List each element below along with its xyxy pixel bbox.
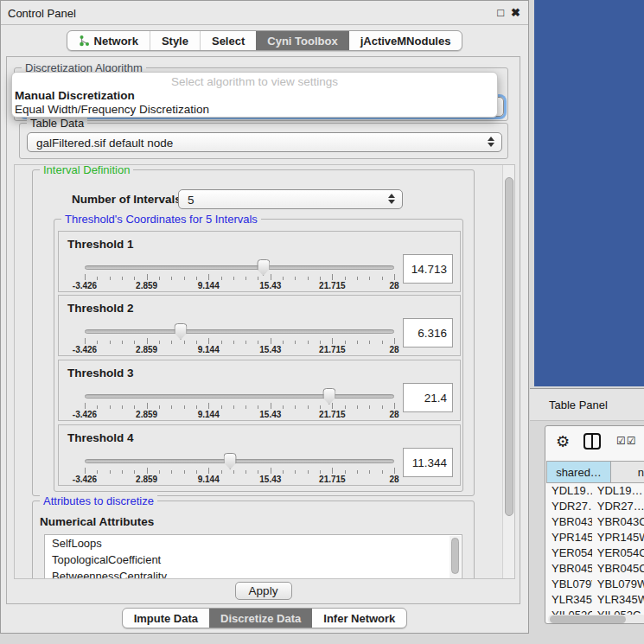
- float-window-icon[interactable]: □: [497, 6, 504, 19]
- attribute-list-item[interactable]: BetweennessCentrality: [45, 568, 462, 579]
- cell-shared-name: YBR045C: [546, 561, 592, 577]
- slider-ticks: [85, 338, 394, 345]
- close-icon[interactable]: ✖: [511, 6, 520, 19]
- tab-style[interactable]: Style: [150, 31, 200, 50]
- control-panel-titlebar: Control Panel □ ✖: [1, 1, 528, 25]
- cell-name: YPR145W: [592, 530, 644, 545]
- table-data-selected-value: galFiltered.sif default node: [36, 137, 173, 150]
- bottom-tabstrip: Impute Data Discretize Data Infer Networ…: [1, 608, 528, 628]
- tab-infer-network[interactable]: Infer Network: [312, 609, 406, 628]
- apply-button[interactable]: Apply: [235, 582, 292, 600]
- network-icon: [79, 35, 90, 47]
- slider-ticks: [85, 274, 394, 281]
- threshold-4-slider[interactable]: -3.4262.8599.14415.4321.71528: [85, 454, 394, 485]
- select-columns-icon[interactable]: ☑☑: [616, 435, 637, 447]
- column-header-shared[interactable]: shared…: [546, 461, 611, 483]
- table-row[interactable]: YDL19…YDL19…: [546, 483, 644, 499]
- column-header-name[interactable]: name: [611, 461, 644, 483]
- table-row[interactable]: YLR345WYLR345W: [546, 592, 644, 608]
- algorithm-option-equal-width[interactable]: Equal Width/Frequency Discretization: [15, 103, 209, 116]
- tab-network-label: Network: [94, 35, 138, 48]
- gear-icon[interactable]: ⚙: [556, 432, 570, 451]
- attribute-list-item[interactable]: SelfLoops: [45, 535, 462, 552]
- tab-network[interactable]: Network: [67, 31, 150, 50]
- top-tabgroup: Network Style Select Cyni Toolbox jActiv…: [67, 30, 463, 51]
- number-of-intervals-spinner[interactable]: 5: [178, 189, 403, 209]
- threshold-3-slider[interactable]: -3.4262.8599.14415.4321.71528: [85, 389, 394, 420]
- slider-track[interactable]: [85, 329, 394, 334]
- tab-infer-network-label: Infer Network: [323, 612, 395, 625]
- threshold-3-label: Threshold 3: [67, 367, 134, 379]
- attributes-group-title: Attributes to discretize: [40, 494, 157, 507]
- attributes-list-scrollbar[interactable]: [450, 536, 461, 579]
- tab-select[interactable]: Select: [200, 31, 256, 50]
- cell-shared-name: YBL079W: [546, 577, 592, 592]
- table-row[interactable]: YPR145WYPR145W: [546, 530, 644, 545]
- slider-scale-labels: -3.4262.8599.14415.4321.71528: [85, 475, 394, 485]
- table-row[interactable]: YER054CYER054C: [546, 545, 644, 561]
- cell-name: YDL19…: [592, 483, 644, 499]
- table-row[interactable]: YDR27…YDR27…: [546, 499, 644, 514]
- table-header-row: shared… name: [546, 461, 644, 483]
- top-tabstrip: Network Style Select Cyni Toolbox jActiv…: [1, 30, 528, 51]
- table-row[interactable]: YBL079WYBL079W: [546, 577, 644, 592]
- threshold-2-label: Threshold 2: [67, 302, 134, 315]
- scrollbar-thumb[interactable]: [550, 615, 626, 623]
- cell-name: YBR045C: [592, 561, 644, 577]
- attribute-list-item[interactable]: TopologicalCoefficient: [45, 552, 462, 568]
- threshold-3-value-field[interactable]: 21.4: [403, 383, 453, 412]
- cell-name: YER054C: [592, 545, 644, 561]
- threshold-1-label: Threshold 1: [67, 238, 134, 251]
- tab-jactivemnodules[interactable]: jActiveMNodules: [349, 31, 462, 50]
- tab-cyni-toolbox[interactable]: Cyni Toolbox: [256, 31, 348, 50]
- numerical-attributes-list[interactable]: SelfLoopsTopologicalCoefficientBetweenne…: [44, 534, 462, 579]
- table-panel-title: Table Panel: [549, 399, 608, 411]
- slider-track[interactable]: [85, 394, 394, 399]
- threshold-1-slider[interactable]: -3.4262.8599.14415.4321.71528: [85, 260, 394, 291]
- table-data-select[interactable]: galFiltered.sif default node: [27, 132, 502, 152]
- algorithm-option-manual[interactable]: Manual Discretization: [15, 89, 135, 102]
- cell-shared-name: YER054C: [546, 545, 592, 561]
- slider-scale-labels: -3.4262.8599.14415.4321.71528: [85, 345, 394, 355]
- scrollbar-thumb[interactable]: [505, 177, 513, 516]
- table-horizontal-scrollbar[interactable]: [548, 615, 644, 624]
- slider-track[interactable]: [85, 265, 394, 270]
- threshold-2-box: Threshold 2 -3.4262.8599.14415.4321.7152…: [58, 295, 461, 356]
- threshold-3-box: Threshold 3 -3.4262.8599.14415.4321.7152…: [58, 360, 461, 421]
- control-panel-window: Control Panel □ ✖ Network Style Select C…: [0, 0, 529, 634]
- node-table-widget: ⚙ ☑☑ shared… name YDL19…YDL19…YDR27…YDR2…: [545, 425, 644, 624]
- table-panel-header: Table Panel: [530, 388, 644, 421]
- scrollbar-thumb[interactable]: [451, 538, 459, 574]
- window-title: Control Panel: [8, 7, 76, 20]
- table-body: YDL19…YDL19…YDR27…YDR27…YBR043CYBR043CYP…: [546, 483, 644, 623]
- threshold-1-value-field[interactable]: 14.713: [403, 254, 453, 284]
- slider-track[interactable]: [85, 459, 394, 463]
- cell-shared-name: YLR345W: [546, 592, 592, 608]
- cell-shared-name: YPR145W: [546, 530, 592, 545]
- table-data-group: Table Data galFiltered.sif default node: [19, 123, 508, 159]
- cell-shared-name: YBR043C: [546, 514, 592, 530]
- threshold-2-value-field[interactable]: 6.316: [403, 318, 453, 348]
- threshold-4-label: Threshold 4: [67, 431, 134, 444]
- threshold-2-slider[interactable]: -3.4262.8599.14415.4321.71528: [85, 324, 394, 355]
- combo-arrows-icon: [488, 137, 494, 147]
- cell-name: YDR27…: [592, 499, 644, 514]
- number-of-intervals-label: Number of Intervals: [72, 193, 182, 206]
- tab-discretize-data-label: Discretize Data: [220, 612, 301, 625]
- tab-impute-data[interactable]: Impute Data: [123, 609, 209, 628]
- tab-cyni-toolbox-label: Cyni Toolbox: [267, 35, 337, 48]
- slider-ticks: [85, 403, 394, 410]
- cell-shared-name: YDL19…: [546, 483, 592, 499]
- settings-vertical-scrollbar[interactable]: [502, 165, 514, 578]
- split-columns-icon[interactable]: [583, 433, 601, 450]
- cell-name: YBR043C: [592, 514, 644, 530]
- tab-discretize-data[interactable]: Discretize Data: [209, 609, 312, 628]
- table-row[interactable]: YBR043CYBR043C: [546, 514, 644, 530]
- tab-style-label: Style: [162, 35, 188, 48]
- table-row[interactable]: YBR045CYBR045C: [546, 561, 644, 577]
- threshold-1-box: Threshold 1 -3.4262.8599.14415.4321.7152…: [58, 231, 461, 292]
- threshold-4-value-field[interactable]: 11.344: [403, 448, 453, 477]
- cyni-content-panel: Discretization Algorithm Table Data galF…: [6, 56, 520, 604]
- thresholds-group-title: Threshold's Coordinates for 5 Intervals: [61, 213, 261, 226]
- cell-name: YLR345W: [592, 592, 644, 608]
